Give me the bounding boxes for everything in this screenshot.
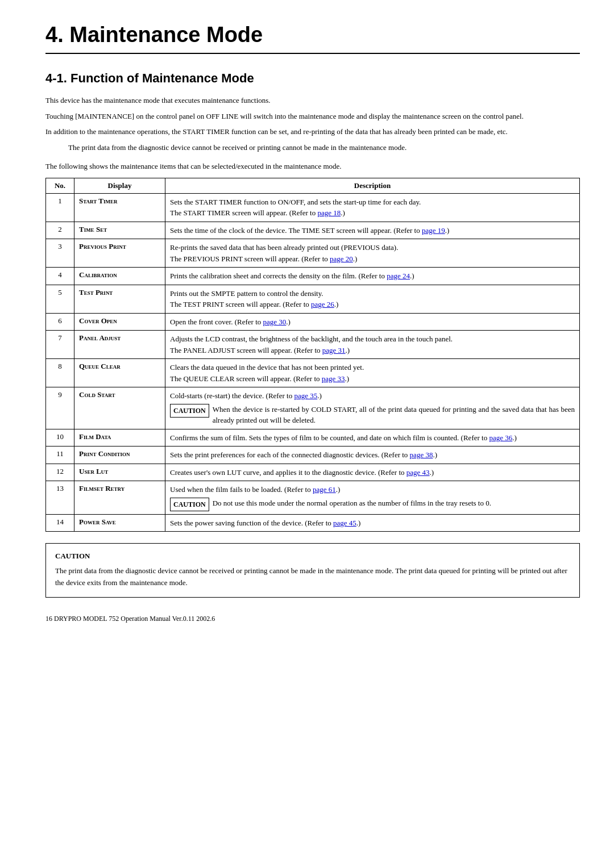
- page-link[interactable]: page 61: [313, 485, 336, 494]
- row-description: Adjusts the LCD contrast, the brightness…: [165, 331, 580, 359]
- caution-label: CAUTION: [170, 404, 209, 418]
- indented-note: The print data from the diagnostic devic…: [68, 142, 580, 153]
- table-row: 13Filmset RetryUsed when the film fails …: [46, 481, 580, 515]
- page-link[interactable]: page 35: [294, 391, 317, 400]
- row-display: Test Print: [74, 285, 165, 313]
- table-row: 7Panel AdjustAdjusts the LCD contrast, t…: [46, 331, 580, 359]
- row-description: Clears the data queued in the device tha…: [165, 359, 580, 387]
- intro-para-3: In addition to the maintenance operation…: [45, 126, 580, 137]
- row-description: Sets the print preferences for each of t…: [165, 446, 580, 464]
- row-display: Time Set: [74, 222, 165, 239]
- bottom-caution-text: The print data from the diagnostic devic…: [55, 565, 570, 589]
- row-display: Cover Open: [74, 313, 165, 331]
- row-display: Calibration: [74, 268, 165, 285]
- row-number: 10: [46, 429, 74, 446]
- row-number: 8: [46, 359, 74, 387]
- chapter-title: 4. Maintenance Mode: [45, 23, 580, 54]
- table-intro: The following shows the maintenance item…: [45, 161, 580, 172]
- bottom-caution-box: CAUTION The print data from the diagnost…: [45, 543, 580, 598]
- table-row: 5Test PrintPrints out the SMPTE pattern …: [46, 285, 580, 313]
- section-title: 4-1. Function of Maintenance Mode: [45, 71, 580, 86]
- row-number: 3: [46, 239, 74, 268]
- intro-para-1: This device has the maintenance mode tha…: [45, 95, 580, 106]
- caution-label: CAUTION: [170, 498, 209, 511]
- row-display: Start Timer: [74, 193, 165, 222]
- row-description: Creates user's own LUT curve, and applie…: [165, 464, 580, 481]
- row-display: Panel Adjust: [74, 331, 165, 359]
- row-description: Sets the power saving function of the de…: [165, 514, 580, 532]
- page-link[interactable]: page 24: [387, 272, 410, 280]
- page-link[interactable]: page 20: [330, 254, 353, 263]
- col-header-description: Description: [165, 178, 580, 193]
- row-number: 14: [46, 514, 74, 532]
- row-description: Cold-starts (re-start) the device. (Refe…: [165, 387, 580, 429]
- row-description: Confirms the sum of film. Sets the types…: [165, 429, 580, 446]
- caution-text: Do not use this mode under the normal op…: [213, 498, 575, 509]
- page-link[interactable]: page 36: [489, 433, 512, 442]
- table-row: 11Print ConditionSets the print preferen…: [46, 446, 580, 464]
- page-link[interactable]: page 18: [317, 208, 341, 217]
- row-number: 6: [46, 313, 74, 331]
- row-number: 2: [46, 222, 74, 239]
- table-row: 8Queue ClearClears the data queued in th…: [46, 359, 580, 387]
- row-display: Print Condition: [74, 446, 165, 464]
- row-display: User Lut: [74, 464, 165, 481]
- table-row: 14Power SaveSets the power saving functi…: [46, 514, 580, 532]
- page-link[interactable]: page 19: [422, 226, 445, 235]
- row-description: Open the front cover. (Refer to page 30.…: [165, 313, 580, 331]
- row-number: 1: [46, 193, 74, 222]
- table-row: 12User LutCreates user's own LUT curve, …: [46, 464, 580, 481]
- col-header-no: No.: [46, 178, 74, 193]
- page-link[interactable]: page 26: [311, 300, 334, 308]
- page-link[interactable]: page 31: [322, 346, 346, 354]
- row-display: Film Data: [74, 429, 165, 446]
- row-number: 7: [46, 331, 74, 359]
- page-link[interactable]: page 45: [333, 519, 356, 527]
- row-display: Power Save: [74, 514, 165, 532]
- row-description: Sets the START TIMER function to ON/OFF,…: [165, 193, 580, 222]
- row-number: 5: [46, 285, 74, 313]
- page-link[interactable]: page 33: [322, 374, 345, 383]
- row-description: Prints the calibration sheet and correct…: [165, 268, 580, 285]
- table-row: 3Previous PrintRe-prints the saved data …: [46, 239, 580, 268]
- maintenance-table: No. Display Description 1Start TimerSets…: [45, 178, 580, 532]
- page-link[interactable]: page 43: [406, 468, 430, 477]
- table-row: 2Time SetSets the time of the clock of t…: [46, 222, 580, 239]
- bottom-caution-label: CAUTION: [55, 552, 570, 561]
- table-row: 1Start TimerSets the START TIMER functio…: [46, 193, 580, 222]
- row-display: Cold Start: [74, 387, 165, 429]
- table-row: 4CalibrationPrints the calibration sheet…: [46, 268, 580, 285]
- row-description: Used when the film fails to be loaded. (…: [165, 481, 580, 515]
- caution-block: CAUTIONDo not use this mode under the no…: [170, 498, 575, 511]
- row-display: Filmset Retry: [74, 481, 165, 515]
- page-link[interactable]: page 38: [410, 450, 433, 459]
- row-number: 13: [46, 481, 74, 515]
- row-description: Prints out the SMPTE pattern to control …: [165, 285, 580, 313]
- intro-para-2: Touching [MAINTENANCE] on the control pa…: [45, 111, 580, 122]
- row-display: Queue Clear: [74, 359, 165, 387]
- caution-text: When the device is re-started by COLD ST…: [213, 404, 575, 426]
- row-description: Re-prints the saved data that has been a…: [165, 239, 580, 268]
- row-number: 9: [46, 387, 74, 429]
- table-row: 9Cold StartCold-starts (re-start) the de…: [46, 387, 580, 429]
- caution-block: CAUTIONWhen the device is re-started by …: [170, 404, 575, 426]
- row-number: 4: [46, 268, 74, 285]
- row-display: Previous Print: [74, 239, 165, 268]
- col-header-display: Display: [74, 178, 165, 193]
- row-description: Sets the time of the clock of the device…: [165, 222, 580, 239]
- table-row: 6Cover OpenOpen the front cover. (Refer …: [46, 313, 580, 331]
- row-number: 12: [46, 464, 74, 481]
- table-row: 10Film DataConfirms the sum of film. Set…: [46, 429, 580, 446]
- row-number: 11: [46, 446, 74, 464]
- page-link[interactable]: page 30: [263, 318, 287, 326]
- footer: 16 DRYPRO MODEL 752 Operation Manual Ver…: [45, 615, 580, 623]
